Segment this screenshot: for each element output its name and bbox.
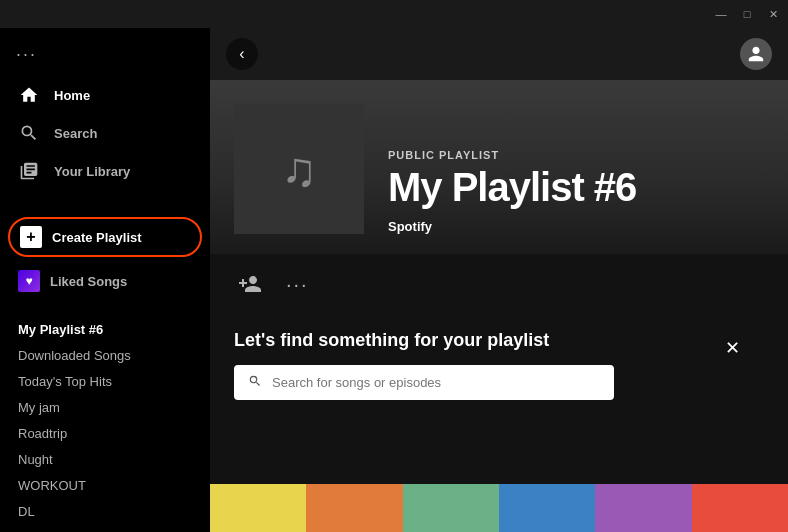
main-content: ‹ ♫ PUBLIC PLAYLIST My Playlist #6 Spoti… xyxy=(210,28,788,532)
playlist-item-myjam[interactable]: My jam xyxy=(16,395,194,420)
playlist-item-toptophits[interactable]: Today's Top Hits xyxy=(16,369,194,394)
liked-songs-icon: ♥ xyxy=(18,270,40,292)
more-options-button[interactable]: ··· xyxy=(286,273,309,296)
search-bar[interactable] xyxy=(234,365,614,400)
strip-6 xyxy=(692,484,788,532)
playlist-item-workout[interactable]: WORKOUT xyxy=(16,473,194,498)
sidebar-item-library[interactable]: Your Library xyxy=(8,153,202,189)
bottom-strip xyxy=(210,484,788,532)
playlist-item-roadtrip[interactable]: Roadtrip xyxy=(16,421,194,446)
sidebar-item-library-label: Your Library xyxy=(54,164,130,179)
sidebar-item-home[interactable]: Home xyxy=(8,77,202,113)
titlebar: — □ ✕ xyxy=(0,0,788,28)
playlist-type-label: PUBLIC PLAYLIST xyxy=(388,149,636,161)
back-button[interactable]: ‹ xyxy=(226,38,258,70)
close-find-button[interactable]: ✕ xyxy=(725,337,740,359)
sidebar-item-search[interactable]: Search xyxy=(8,115,202,151)
find-title: Let's find something for your playlist xyxy=(234,330,549,351)
main-header: ‹ xyxy=(210,28,788,80)
playlist-item-myplaylist6[interactable]: My Playlist #6 xyxy=(16,317,194,342)
sidebar-dots: ··· xyxy=(0,40,210,77)
search-bar-icon xyxy=(248,374,262,391)
playlist-item-nught[interactable]: Nught xyxy=(16,447,194,472)
music-note-icon: ♫ xyxy=(281,142,317,197)
liked-songs-label: Liked Songs xyxy=(50,274,127,289)
home-icon xyxy=(18,84,40,106)
playlist-info: PUBLIC PLAYLIST My Playlist #6 Spotify xyxy=(388,149,636,234)
playlist-owner: Spotify xyxy=(388,219,636,234)
library-icon xyxy=(18,160,40,182)
sidebar-nav: Home Search Your Library xyxy=(0,77,210,189)
sidebar-item-search-label: Search xyxy=(54,126,97,141)
playlist-title: My Playlist #6 xyxy=(388,165,636,209)
sidebar-item-home-label: Home xyxy=(54,88,90,103)
create-playlist-button[interactable]: + Create Playlist xyxy=(8,217,202,257)
strip-3 xyxy=(403,484,499,532)
sidebar: ··· Home Search xyxy=(0,28,210,532)
playlist-item-discoverweekly[interactable]: Discover Weekly xyxy=(16,525,194,532)
search-icon xyxy=(18,122,40,144)
liked-songs-button[interactable]: ♥ Liked Songs xyxy=(8,263,202,299)
add-user-button[interactable] xyxy=(234,268,266,300)
playlist-artwork: ♫ xyxy=(234,104,364,234)
close-button[interactable]: ✕ xyxy=(766,7,780,21)
maximize-button[interactable]: □ xyxy=(740,7,754,21)
find-section: Let's find something for your playlist ✕ xyxy=(210,314,788,420)
strip-5 xyxy=(595,484,691,532)
strip-4 xyxy=(499,484,595,532)
minimize-button[interactable]: — xyxy=(714,7,728,21)
strip-1 xyxy=(210,484,306,532)
playlist-actions: ··· xyxy=(210,254,788,314)
playlist-item-downloaded[interactable]: Downloaded Songs xyxy=(16,343,194,368)
playlist-list: My Playlist #6 Downloaded Songs Today's … xyxy=(0,317,210,532)
create-playlist-label: Create Playlist xyxy=(52,230,142,245)
search-input[interactable] xyxy=(272,375,600,390)
profile-button[interactable] xyxy=(740,38,772,70)
find-row: Let's find something for your playlist ✕ xyxy=(234,330,764,365)
strip-2 xyxy=(306,484,402,532)
playlist-hero: ♫ PUBLIC PLAYLIST My Playlist #6 Spotify xyxy=(210,80,788,254)
create-playlist-icon: + xyxy=(20,226,42,248)
playlist-item-dl[interactable]: DL xyxy=(16,499,194,524)
app-body: ··· Home Search xyxy=(0,28,788,532)
